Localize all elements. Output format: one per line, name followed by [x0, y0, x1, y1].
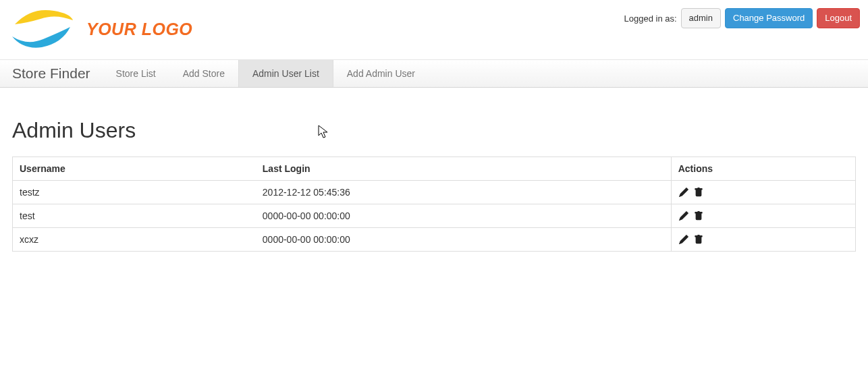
admin-users-table: Username Last Login Actions testz 2012-1…	[12, 156, 856, 252]
navbar-brand: Store Finder	[0, 59, 103, 88]
cell-last-login: 0000-00-00 00:00:00	[256, 204, 671, 228]
delete-icon[interactable]	[693, 187, 704, 198]
table-row: xcxz 0000-00-00 00:00:00	[13, 228, 856, 252]
username-button[interactable]: admin	[681, 8, 721, 28]
cell-last-login: 0000-00-00 00:00:00	[256, 228, 671, 252]
delete-icon[interactable]	[693, 234, 704, 245]
edit-icon[interactable]	[678, 234, 689, 245]
nav-store-list[interactable]: Store List	[103, 60, 169, 87]
th-username: Username	[13, 157, 256, 181]
th-last-login: Last Login	[256, 157, 671, 181]
cell-username: xcxz	[13, 228, 256, 252]
logged-in-label: Logged in as:	[624, 13, 677, 24]
change-password-button[interactable]: Change Password	[725, 8, 813, 28]
delete-icon[interactable]	[693, 210, 704, 221]
edit-icon[interactable]	[678, 187, 689, 198]
cell-username: test	[13, 204, 256, 228]
logout-button[interactable]: Logout	[817, 8, 860, 28]
cell-last-login: 2012-12-12 05:45:36	[256, 181, 671, 204]
nav-admin-user-list[interactable]: Admin User List	[238, 60, 333, 87]
nav-add-store[interactable]: Add Store	[169, 60, 238, 87]
th-actions: Actions	[671, 157, 855, 181]
table-row: testz 2012-12-12 05:45:36	[13, 181, 856, 204]
logo-icon	[8, 5, 76, 53]
edit-icon[interactable]	[678, 210, 689, 221]
logo-area: YOUR LOGO	[8, 5, 192, 53]
table-row: test 0000-00-00 00:00:00	[13, 204, 856, 228]
page-title: Admin Users	[12, 118, 856, 143]
nav-add-admin-user[interactable]: Add Admin User	[333, 60, 429, 87]
navbar: Store Finder Store List Add Store Admin …	[0, 59, 868, 88]
cell-username: testz	[13, 181, 256, 204]
logo-text: YOUR LOGO	[86, 20, 192, 39]
